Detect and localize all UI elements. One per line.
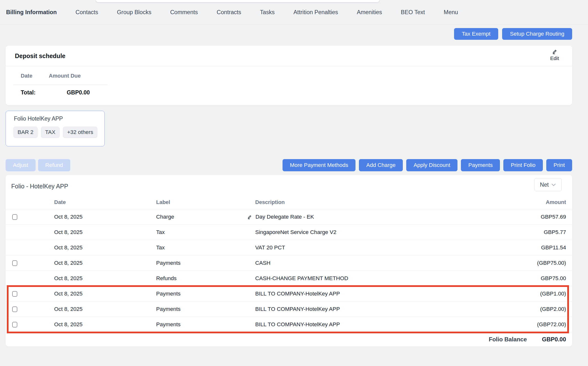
- row-description: Day Delegate Rate - EK: [255, 214, 314, 220]
- nav-tabs: Billing InformationContactsGroup BlocksC…: [0, 0, 588, 25]
- payments-button[interactable]: Payments: [461, 159, 500, 171]
- row-date: Oct 8, 2025: [54, 306, 156, 312]
- top-actions: Tax Exempt Setup Charge Routing: [454, 28, 572, 40]
- chevron-down-icon: [551, 182, 556, 188]
- folio-actions-primary: More Payment MethodsAdd ChargeApply Disc…: [283, 159, 572, 171]
- edit-charge-pencil-icon[interactable]: [247, 214, 252, 220]
- row-amount: (GBP1.00): [499, 291, 572, 297]
- row-checkbox[interactable]: [12, 306, 17, 312]
- more-payment-methods-button[interactable]: More Payment Methods: [283, 159, 355, 171]
- folio-card: Folio - HotelKey APP Net Date Label Desc…: [6, 175, 572, 346]
- row-label: Refunds: [156, 275, 255, 282]
- row-amount: GBP57.69: [499, 214, 572, 220]
- folio-balance-row: Folio Balance GBP0.00: [6, 332, 572, 346]
- row-amount: GBP75.00: [499, 275, 572, 282]
- row-date: Oct 8, 2025: [54, 214, 156, 220]
- tab-tasks[interactable]: Tasks: [260, 9, 275, 16]
- folio-tag-chips: BAR 2TAX+32 others: [13, 127, 97, 138]
- deposit-schedule-title: Deposit schedule: [15, 52, 65, 60]
- deposit-schedule-header: Deposit schedule Edit: [6, 46, 572, 66]
- setup-charge-routing-button[interactable]: Setup Charge Routing: [502, 28, 572, 40]
- net-select-value: Net: [540, 182, 549, 188]
- folio-table-header: Date Label Description Amount: [6, 195, 572, 209]
- row-description: CASH: [255, 260, 271, 266]
- row-date: Oct 8, 2025: [54, 229, 156, 235]
- row-checkbox[interactable]: [12, 291, 17, 297]
- table-row: Oct 8, 2025 Tax SingaporeNet Service Cha…: [6, 225, 572, 240]
- chip-tax[interactable]: TAX: [41, 127, 60, 138]
- row-description: SingaporeNet Service Charge V2: [255, 229, 336, 235]
- tab-contracts[interactable]: Contracts: [217, 9, 241, 16]
- tax-exempt-button[interactable]: Tax Exempt: [454, 28, 498, 40]
- row-date: Oct 8, 2025: [54, 275, 156, 282]
- row-description: BILL TO COMPANY-HotelKey APP: [255, 321, 340, 328]
- row-label: Charge: [156, 214, 255, 220]
- folio-tag-card: Folio HotelKey APP BAR 2TAX+32 others: [6, 111, 105, 146]
- column-header-date: Date: [54, 199, 156, 205]
- table-row: Oct 8, 2025 Payments BILL TO COMPANY-Hot…: [6, 286, 572, 302]
- folio-actions-disabled: AdjustRefund: [6, 159, 70, 171]
- deposit-col-amount-due: Amount Due: [49, 71, 90, 82]
- row-date: Oct 8, 2025: [54, 244, 156, 251]
- row-label: Payments: [156, 291, 255, 297]
- apply-discount-button[interactable]: Apply Discount: [406, 159, 457, 171]
- row-label: Payments: [156, 260, 255, 266]
- chip-bar-2[interactable]: BAR 2: [13, 127, 38, 138]
- row-amount: GBP5.77: [499, 229, 572, 235]
- add-charge-button[interactable]: Add Charge: [359, 159, 403, 171]
- chip-32-others[interactable]: +32 others: [63, 127, 97, 138]
- tab-attrition-penalties[interactable]: Attrition Penalties: [294, 9, 338, 16]
- row-date: Oct 8, 2025: [54, 321, 156, 328]
- net-view-select[interactable]: Net: [534, 178, 562, 191]
- table-row: Oct 8, 2025 Payments BILL TO COMPANY-Hot…: [6, 302, 572, 317]
- row-date: Oct 8, 2025: [54, 260, 156, 266]
- row-amount: GBP11.54: [499, 244, 572, 251]
- folio-tag-title: Folio HotelKey APP: [14, 115, 63, 122]
- adjust-button: Adjust: [6, 159, 36, 171]
- tab-menu[interactable]: Menu: [444, 9, 458, 16]
- column-header-label: Label: [156, 199, 255, 205]
- table-row: Oct 8, 2025 Payments CASH (GBP75.00): [6, 255, 572, 271]
- tab-amenities[interactable]: Amenities: [357, 9, 382, 16]
- folio-balance-label: Folio Balance: [489, 336, 527, 343]
- row-label: Tax: [156, 244, 255, 251]
- row-label: Tax: [156, 229, 255, 235]
- deposit-divider: [13, 85, 108, 85]
- folio-table-body: Oct 8, 2025 Charge Day Delegate Rate - E…: [6, 209, 572, 332]
- pencil-icon: [547, 49, 562, 55]
- tab-group-blocks[interactable]: Group Blocks: [117, 9, 151, 16]
- row-description: CASH-CHANGE PAYMENT METHOD: [255, 275, 348, 282]
- edit-label: Edit: [547, 55, 562, 61]
- row-description: VAT 20 PCT: [255, 244, 285, 251]
- print-folio-button[interactable]: Print Folio: [503, 159, 543, 171]
- deposit-schedule-table: Date Amount Due Total: GBP0.00: [21, 71, 113, 96]
- row-description: BILL TO COMPANY-HotelKey APP: [255, 291, 340, 297]
- tab-comments[interactable]: Comments: [170, 9, 198, 16]
- deposit-col-date: Date: [21, 71, 49, 82]
- table-row: Oct 8, 2025 Tax VAT 20 PCT GBP11.54: [6, 240, 572, 255]
- folio-table: Date Label Description Amount Oct 8, 202…: [6, 195, 572, 332]
- row-amount: (GBP75.00): [499, 260, 572, 266]
- row-checkbox[interactable]: [12, 260, 17, 266]
- row-label: Payments: [156, 306, 255, 312]
- edit-deposit-button[interactable]: Edit: [547, 49, 562, 61]
- row-description: BILL TO COMPANY-HotelKey APP: [255, 306, 340, 312]
- folio-title: Folio - HotelKey APP: [11, 183, 68, 190]
- row-label: Payments: [156, 321, 255, 328]
- tab-contacts[interactable]: Contacts: [76, 9, 98, 16]
- deposit-schedule-card: Deposit schedule Edit Date Amount Due To…: [6, 46, 572, 105]
- table-row: Oct 8, 2025 Refunds CASH-CHANGE PAYMENT …: [6, 271, 572, 286]
- table-row: Oct 8, 2025 Charge Day Delegate Rate - E…: [6, 209, 572, 225]
- tab-beo-text[interactable]: BEO Text: [401, 9, 425, 16]
- tab-billing-information[interactable]: Billing Information: [6, 9, 57, 16]
- row-checkbox[interactable]: [12, 214, 17, 220]
- table-row: Oct 8, 2025 Payments BILL TO COMPANY-Hot…: [6, 317, 572, 332]
- row-amount: (GBP2.00): [499, 306, 572, 312]
- row-date: Oct 8, 2025: [54, 291, 156, 297]
- column-header-amount: Amount: [499, 199, 572, 205]
- refund-button: Refund: [38, 159, 71, 171]
- row-amount: (GBP72.00): [499, 321, 572, 328]
- print-button[interactable]: Print: [546, 159, 572, 171]
- column-header-description: Description: [255, 199, 499, 205]
- row-checkbox[interactable]: [12, 322, 17, 327]
